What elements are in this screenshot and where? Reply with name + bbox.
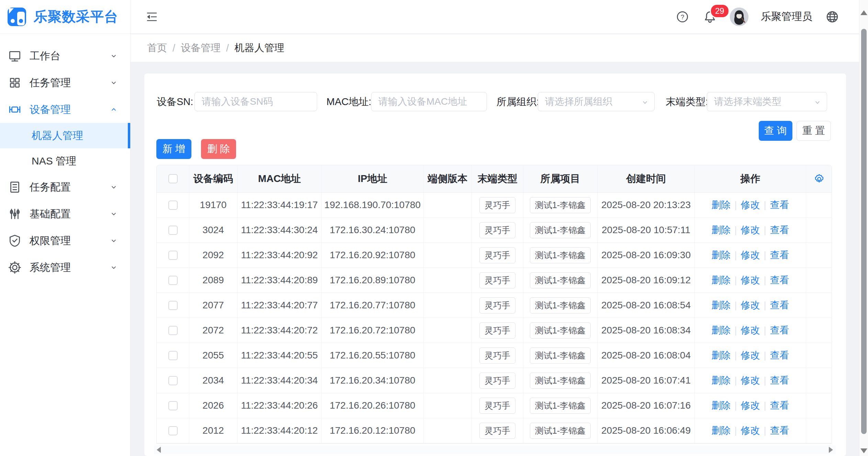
row-delete-link[interactable]: 删除 — [711, 424, 731, 437]
row-view-link[interactable]: 查看 — [770, 224, 789, 237]
table-row: 2034 11:22:33:44:20:34 172.16.20.34:1078… — [157, 368, 832, 393]
sidebar-item-device-management[interactable]: 设备管理 — [0, 96, 130, 123]
project-tag: 测试1-李锦鑫 — [530, 272, 591, 288]
row-edit-link[interactable]: 修改 — [741, 374, 760, 387]
row-edit-link[interactable]: 修改 — [741, 399, 760, 412]
row-view-link[interactable]: 查看 — [770, 324, 789, 337]
sidebar-item-task-management[interactable]: 任务管理 — [0, 69, 130, 96]
terminal-type-tag: 灵巧手 — [479, 398, 515, 414]
row-edit-link[interactable]: 修改 — [741, 198, 760, 212]
cell-ip-address: 192.168.190.70:10780 — [322, 193, 424, 217]
row-view-link[interactable]: 查看 — [770, 274, 789, 287]
project-tag: 测试1-李锦鑫 — [530, 222, 591, 238]
row-delete-link[interactable]: 删除 — [711, 274, 731, 287]
sidebar-item-nas-management[interactable]: NAS 管理 — [0, 148, 130, 174]
notifications-button[interactable]: 29 — [702, 9, 717, 24]
cell-edge-version — [424, 318, 472, 343]
row-checkbox[interactable] — [168, 201, 178, 210]
row-delete-link[interactable]: 删除 — [711, 374, 731, 387]
row-checkbox[interactable] — [168, 326, 178, 335]
row-edit-link[interactable]: 修改 — [741, 299, 760, 312]
row-checkbox[interactable] — [168, 351, 178, 360]
grid-icon — [8, 76, 22, 90]
row-checkbox[interactable] — [168, 276, 178, 285]
delete-button[interactable]: 删 除 — [201, 139, 236, 159]
org-select[interactable]: 请选择所属组织 — [538, 92, 655, 111]
shield-icon — [8, 233, 22, 248]
row-checkbox[interactable] — [168, 226, 178, 235]
cell-created-time: 2025-08-20 16:09:30 — [598, 243, 695, 267]
row-edit-link[interactable]: 修改 — [741, 249, 760, 262]
sn-filter-label: 设备SN: — [157, 92, 193, 111]
robot-icon — [8, 102, 22, 117]
row-edit-link[interactable]: 修改 — [741, 424, 760, 437]
row-checkbox[interactable] — [168, 251, 178, 260]
mac-input[interactable] — [371, 92, 487, 111]
row-checkbox[interactable] — [168, 376, 178, 385]
sn-input[interactable] — [194, 92, 317, 111]
row-edit-link[interactable]: 修改 — [741, 224, 760, 237]
col-device-code: 设备编码 — [189, 165, 237, 192]
select-all-checkbox[interactable] — [168, 174, 178, 183]
user-avatar[interactable] — [730, 8, 748, 26]
row-view-link[interactable]: 查看 — [770, 249, 789, 262]
cell-ip-address: 172.16.20.55:10780 — [322, 343, 424, 368]
row-view-link[interactable]: 查看 — [770, 399, 789, 412]
sidebar-item-basic-config[interactable]: 基础配置 — [0, 201, 130, 227]
breadcrumb-device-management[interactable]: 设备管理 — [181, 41, 221, 55]
vertical-scrollbar[interactable] — [859, 0, 868, 456]
row-delete-link[interactable]: 删除 — [711, 299, 731, 312]
row-checkbox[interactable] — [168, 426, 178, 435]
row-edit-link[interactable]: 修改 — [741, 324, 760, 337]
chevron-down-icon — [109, 209, 119, 219]
search-button[interactable]: 查 询 — [759, 121, 792, 141]
table-row: 2072 11:22:33:44:20:72 172.16.20.72:1078… — [157, 318, 832, 343]
chevron-down-icon — [813, 98, 822, 107]
scroll-right-arrow[interactable] — [829, 447, 833, 453]
column-settings-button[interactable] — [812, 172, 826, 186]
scrollbar-thumb[interactable] — [861, 29, 867, 434]
cell-actions: 删除 | 修改 | 查看 — [695, 243, 806, 267]
sidebar-item-task-config[interactable]: 任务配置 — [0, 174, 130, 201]
scroll-left-arrow[interactable] — [157, 447, 161, 453]
cell-created-time: 2025-08-20 16:08:34 — [598, 318, 695, 343]
row-delete-link[interactable]: 删除 — [711, 198, 731, 212]
row-delete-link[interactable]: 删除 — [711, 249, 731, 262]
cell-edge-version — [424, 393, 472, 418]
sidebar-item-permission-management[interactable]: 权限管理 — [0, 227, 130, 254]
row-view-link[interactable]: 查看 — [770, 299, 789, 312]
cell-device-code: 3024 — [189, 218, 237, 242]
row-edit-link[interactable]: 修改 — [741, 349, 760, 362]
scroll-down-arrow[interactable] — [860, 448, 867, 453]
language-button[interactable] — [825, 9, 840, 24]
row-view-link[interactable]: 查看 — [770, 374, 789, 387]
reset-button[interactable]: 重 置 — [797, 121, 831, 141]
sidebar-fold-button[interactable] — [144, 9, 159, 24]
sidebar-item-system-management[interactable]: 系统管理 — [0, 254, 130, 281]
help-button[interactable]: ? — [675, 9, 690, 24]
row-checkbox[interactable] — [168, 401, 178, 410]
cell-created-time: 2025-08-20 10:57:11 — [598, 218, 695, 242]
horizontal-scrollbar[interactable] — [154, 445, 836, 454]
type-filter-label: 末端类型: — [666, 92, 708, 111]
sidebar-item-robot-management[interactable]: 机器人管理 — [0, 123, 130, 148]
row-delete-link[interactable]: 删除 — [711, 399, 731, 412]
row-checkbox[interactable] — [168, 301, 178, 310]
cell-actions: 删除 | 修改 | 查看 — [695, 218, 806, 242]
row-view-link[interactable]: 查看 — [770, 198, 789, 212]
scroll-up-arrow[interactable] — [860, 10, 867, 15]
row-view-link[interactable]: 查看 — [770, 424, 789, 437]
row-view-link[interactable]: 查看 — [770, 349, 789, 362]
row-delete-link[interactable]: 删除 — [711, 224, 731, 237]
row-delete-link[interactable]: 删除 — [711, 324, 731, 337]
type-select[interactable]: 请选择末端类型 — [707, 92, 827, 111]
breadcrumb-home[interactable]: 首页 — [147, 41, 167, 55]
row-delete-link[interactable]: 删除 — [711, 349, 731, 362]
add-button[interactable]: 新 增 — [156, 139, 191, 159]
current-user-name[interactable]: 乐聚管理员 — [761, 10, 812, 24]
table-row: 2092 11:22:33:44:20:92 172.16.20.92:1078… — [157, 243, 832, 268]
cell-actions: 删除 | 修改 | 查看 — [695, 318, 806, 343]
breadcrumb: 首页 / 设备管理 / 机器人管理 — [131, 34, 868, 62]
sidebar-item-workbench[interactable]: 工作台 — [0, 43, 130, 69]
row-edit-link[interactable]: 修改 — [741, 274, 760, 287]
